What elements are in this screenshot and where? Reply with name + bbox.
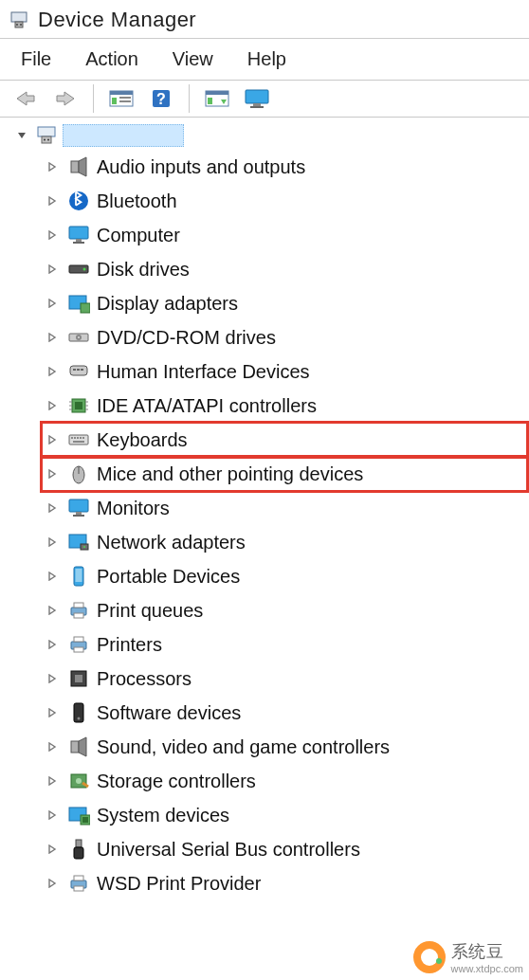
expand-icon[interactable] [44, 704, 61, 721]
tree-root-row[interactable] [13, 123, 527, 148]
show-hide-console-tree-button[interactable] [105, 84, 137, 113]
expand-icon[interactable] [44, 192, 61, 209]
svg-point-3 [20, 24, 22, 26]
tree-item-storagectl[interactable]: Storage controllers [42, 764, 527, 798]
tree-item-printers[interactable]: Printers [42, 627, 527, 662]
usb-icon [66, 837, 91, 862]
tree-item-label: Processors [97, 668, 192, 690]
expand-icon[interactable] [44, 772, 61, 789]
device-tree: Audio inputs and outputsBluetoothCompute… [0, 118, 529, 906]
svg-point-19 [44, 139, 46, 141]
tree-item-wsd[interactable]: WSD Print Provider [42, 866, 527, 900]
expand-icon[interactable] [44, 329, 61, 346]
svg-rect-18 [42, 136, 51, 143]
expand-icon[interactable] [44, 499, 61, 517]
expand-icon[interactable] [44, 431, 61, 448]
display-adapter-icon [66, 291, 91, 316]
expand-icon[interactable] [44, 568, 61, 585]
tree-item-sound[interactable]: Sound, video and game controllers [42, 730, 527, 764]
optical-drive-icon [66, 325, 91, 350]
svg-rect-12 [206, 91, 228, 95]
tree-item-network[interactable]: Network adapters [42, 525, 527, 559]
svg-rect-7 [119, 97, 131, 99]
expand-icon[interactable] [44, 158, 61, 175]
svg-point-2 [16, 24, 18, 26]
svg-rect-13 [208, 98, 212, 104]
tree-item-label: Monitors [97, 498, 170, 519]
tree-item-portable[interactable]: Portable Devices [42, 559, 527, 593]
menu-help[interactable]: Help [247, 48, 286, 70]
tree-item-system[interactable]: System devices [42, 798, 527, 832]
tree-item-label: Keyboards [97, 429, 188, 451]
tree-item-keyboard[interactable]: Keyboards [42, 423, 527, 457]
svg-point-20 [47, 139, 49, 141]
tree-root-label[interactable] [63, 124, 184, 147]
menu-file[interactable]: File [21, 48, 51, 70]
svg-rect-16 [250, 106, 264, 108]
software-device-icon [66, 700, 91, 725]
forward-button[interactable] [49, 84, 82, 113]
svg-rect-14 [246, 90, 268, 103]
expand-icon[interactable] [44, 602, 61, 619]
expand-icon[interactable] [44, 841, 61, 858]
expand-icon[interactable] [44, 465, 61, 482]
tree-item-label: Mice and other pointing devices [97, 463, 363, 485]
expand-icon[interactable] [44, 295, 61, 312]
portable-device-icon [66, 564, 91, 589]
keyboard-icon [66, 427, 91, 452]
mouse-icon [66, 462, 91, 486]
chip-icon [66, 393, 91, 418]
printer-icon [66, 871, 91, 896]
svg-rect-17 [38, 127, 55, 136]
system-device-icon [66, 803, 91, 827]
storage-controller-icon [66, 769, 91, 793]
tree-item-label: Audio inputs and outputs [97, 156, 305, 178]
expand-icon[interactable] [44, 397, 61, 414]
tree-item-monitors[interactable]: Monitors [42, 491, 527, 525]
tree-item-dvd[interactable]: DVD/CD-ROM drives [42, 320, 527, 354]
tree-item-usb[interactable]: Universal Serial Bus controllers [42, 832, 527, 866]
help-button[interactable]: ? [145, 84, 177, 113]
expand-icon[interactable] [44, 807, 61, 824]
expand-icon[interactable] [44, 534, 61, 551]
tree-item-software[interactable]: Software devices [42, 696, 527, 730]
tree-item-printqueues[interactable]: Print queues [42, 593, 527, 627]
toolbar-separator [93, 84, 94, 113]
expand-collapse-icon[interactable] [13, 127, 30, 144]
tree-item-audio[interactable]: Audio inputs and outputs [42, 150, 527, 184]
expand-icon[interactable] [44, 670, 61, 687]
devices-monitor-button[interactable] [241, 84, 273, 113]
tree-item-ide[interactable]: IDE ATA/ATAPI controllers [42, 389, 527, 423]
tree-item-label: IDE ATA/ATAPI controllers [97, 395, 317, 417]
tree-item-label: Human Interface Devices [97, 361, 310, 383]
expand-icon[interactable] [44, 261, 61, 278]
expand-icon[interactable] [44, 636, 61, 653]
expand-icon[interactable] [44, 875, 61, 892]
tree-item-disk[interactable]: Disk drives [42, 252, 527, 286]
menu-action[interactable]: Action [85, 48, 138, 70]
tree-item-label: WSD Print Provider [97, 873, 261, 895]
speaker-icon [66, 735, 91, 759]
tree-item-computer[interactable]: Computer [42, 218, 527, 252]
tree-item-processors[interactable]: Processors [42, 662, 527, 696]
tree-item-hid[interactable]: Human Interface Devices [42, 354, 527, 389]
device-manager-icon [9, 10, 28, 29]
tree-item-label: Storage controllers [97, 771, 256, 792]
expand-icon[interactable] [44, 738, 61, 755]
toolbar: ? [0, 81, 529, 118]
expand-icon[interactable] [44, 227, 61, 244]
back-button[interactable] [9, 84, 42, 113]
tree-item-bluetooth[interactable]: Bluetooth [42, 184, 527, 218]
svg-rect-15 [253, 103, 261, 106]
watermark-logo-icon [413, 941, 446, 973]
tree-item-display[interactable]: Display adapters [42, 286, 527, 320]
toolbar-separator [189, 84, 190, 113]
tree-item-mice[interactable]: Mice and other pointing devices [42, 457, 527, 491]
speaker-icon [66, 154, 91, 179]
expand-icon[interactable] [44, 363, 61, 380]
title-bar: Device Manager [0, 0, 529, 39]
scan-hardware-button[interactable] [201, 84, 233, 113]
menu-view[interactable]: View [173, 48, 213, 70]
monitor-icon [66, 223, 91, 247]
printer-icon [66, 632, 91, 657]
